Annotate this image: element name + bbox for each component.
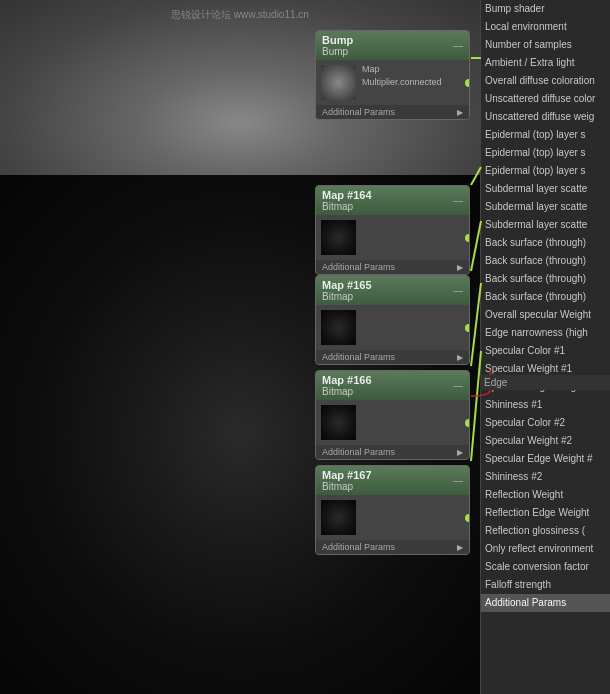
node-conn-dot-map164 [465, 234, 470, 242]
node-title-line1-map167: Map #167 [322, 469, 372, 481]
node-title-line1-map166: Map #166 [322, 374, 372, 386]
node-conn-dot-map165 [465, 324, 470, 332]
node-footer-label-map166: Additional Params [322, 447, 395, 457]
rp-item-22: Shininess #1 [481, 396, 610, 414]
edge-label: Edge [480, 375, 610, 390]
rp-item-31: Scale conversion factor [481, 558, 610, 576]
node-body-map166 [316, 400, 469, 445]
node-footer-bump[interactable]: Additional Params▶ [316, 105, 469, 119]
node-thumbnail-map165 [321, 310, 356, 345]
node-map166[interactable]: Map #166Bitmap—Additional Params▶ [315, 370, 470, 460]
node-header-map167: Map #167Bitmap— [316, 466, 469, 495]
node-map164[interactable]: Map #164Bitmap—Additional Params▶ [315, 185, 470, 275]
rp-item-11: Subdermal layer scatte [481, 198, 610, 216]
node-dash-map167: — [453, 475, 463, 486]
node-footer-map167[interactable]: Additional Params▶ [316, 540, 469, 554]
node-footer-arrow-map164: ▶ [457, 263, 463, 272]
node-title-line2-map164: Bitmap [322, 201, 372, 212]
node-fields-map165 [362, 308, 466, 347]
node-fields-map164 [362, 218, 466, 257]
node-title-line1-bump: Bump [322, 34, 353, 46]
node-field: Map [362, 63, 466, 76]
rp-item-0: Bump shader [481, 0, 610, 18]
node-conn-dot-bump [465, 79, 470, 87]
right-panel-items: Bump shaderLocal environmentNumber of sa… [481, 0, 610, 612]
rp-item-7: Epidermal (top) layer s [481, 126, 610, 144]
node-header-bump: BumpBump— [316, 31, 469, 60]
rp-item-1: Local environment [481, 18, 610, 36]
right-panel: Bump shaderLocal environmentNumber of sa… [480, 0, 610, 694]
rp-item-18: Edge narrowness (high [481, 324, 610, 342]
node-title-line2-bump: Bump [322, 46, 353, 57]
node-map167[interactable]: Map #167Bitmap—Additional Params▶ [315, 465, 470, 555]
node-title-line2-map165: Bitmap [322, 291, 372, 302]
rp-item-26: Shininess #2 [481, 468, 610, 486]
rp-item-14: Back surface (through) [481, 252, 610, 270]
node-title-line1-map164: Map #164 [322, 189, 372, 201]
node-title-line1-map165: Map #165 [322, 279, 372, 291]
rp-item-8: Epidermal (top) layer s [481, 144, 610, 162]
node-header-map164: Map #164Bitmap— [316, 186, 469, 215]
node-dash-map165: — [453, 285, 463, 296]
node-dash-map166: — [453, 380, 463, 391]
node-footer-label-map165: Additional Params [322, 352, 395, 362]
rp-item-4: Overall diffuse coloration [481, 72, 610, 90]
node-dash-bump: — [453, 40, 463, 51]
node-title-line2-map166: Bitmap [322, 386, 372, 397]
watermark: 思锐设计论坛 www.studio11.cn [0, 8, 480, 22]
node-footer-map164[interactable]: Additional Params▶ [316, 260, 469, 274]
rp-item-6: Unscattered diffuse weig [481, 108, 610, 126]
rp-item-12: Subdermal layer scatte [481, 216, 610, 234]
node-dash-map164: — [453, 195, 463, 206]
rp-item-15: Back surface (through) [481, 270, 610, 288]
rp-item-29: Reflection glossiness ( [481, 522, 610, 540]
node-footer-arrow-bump: ▶ [457, 108, 463, 117]
node-map165[interactable]: Map #165Bitmap—Additional Params▶ [315, 275, 470, 365]
node-bump[interactable]: BumpBump—MapMultiplier.connectedAddition… [315, 30, 470, 120]
node-header-map166: Map #166Bitmap— [316, 371, 469, 400]
node-body-map164 [316, 215, 469, 260]
rp-item-13: Back surface (through) [481, 234, 610, 252]
node-conn-dot-map167 [465, 514, 470, 522]
node-title-line2-map167: Bitmap [322, 481, 372, 492]
node-footer-map166[interactable]: Additional Params▶ [316, 445, 469, 459]
rp-item-27: Reflection Weight [481, 486, 610, 504]
node-title-map167: Map #167Bitmap [322, 469, 372, 492]
rp-item-28: Reflection Edge Weight [481, 504, 610, 522]
node-footer-arrow-map165: ▶ [457, 353, 463, 362]
node-fields-map166 [362, 403, 466, 442]
rp-item-3: Ambient / Extra light [481, 54, 610, 72]
node-footer-arrow-map167: ▶ [457, 543, 463, 552]
rp-item-9: Epidermal (top) layer s [481, 162, 610, 180]
node-fields-bump: MapMultiplier.connected [362, 63, 466, 102]
node-footer-label-bump: Additional Params [322, 107, 395, 117]
node-thumbnail-bump [321, 65, 356, 100]
nodes-layer: BumpBump—MapMultiplier.connectedAddition… [315, 30, 480, 690]
rp-item-23: Specular Color #2 [481, 414, 610, 432]
rp-item-5: Unscattered diffuse color [481, 90, 610, 108]
node-fields-map167 [362, 498, 466, 537]
rp-item-19: Specular Color #1 [481, 342, 610, 360]
node-thumbnail-map167 [321, 500, 356, 535]
rp-item-10: Subdermal layer scatte [481, 180, 610, 198]
node-footer-label-map167: Additional Params [322, 542, 395, 552]
rp-item-2: Number of samples [481, 36, 610, 54]
node-body-map167 [316, 495, 469, 540]
node-field: Multiplier.connected [362, 76, 466, 89]
node-footer-map165[interactable]: Additional Params▶ [316, 350, 469, 364]
rp-item-32: Falloff strength [481, 576, 610, 594]
rp-item-30: Only reflect environment [481, 540, 610, 558]
node-title-map165: Map #165Bitmap [322, 279, 372, 302]
node-footer-label-map164: Additional Params [322, 262, 395, 272]
node-thumbnail-map166 [321, 405, 356, 440]
rp-item-17: Overall specular Weight [481, 306, 610, 324]
node-title-map164: Map #164Bitmap [322, 189, 372, 212]
node-footer-arrow-map166: ▶ [457, 448, 463, 457]
node-body-map165 [316, 305, 469, 350]
node-header-map165: Map #165Bitmap— [316, 276, 469, 305]
node-body-bump: MapMultiplier.connected [316, 60, 469, 105]
rp-item-24: Specular Weight #2 [481, 432, 610, 450]
node-title-bump: BumpBump [322, 34, 353, 57]
rp-item-16: Back surface (through) [481, 288, 610, 306]
rp-item-25: Specular Edge Weight # [481, 450, 610, 468]
